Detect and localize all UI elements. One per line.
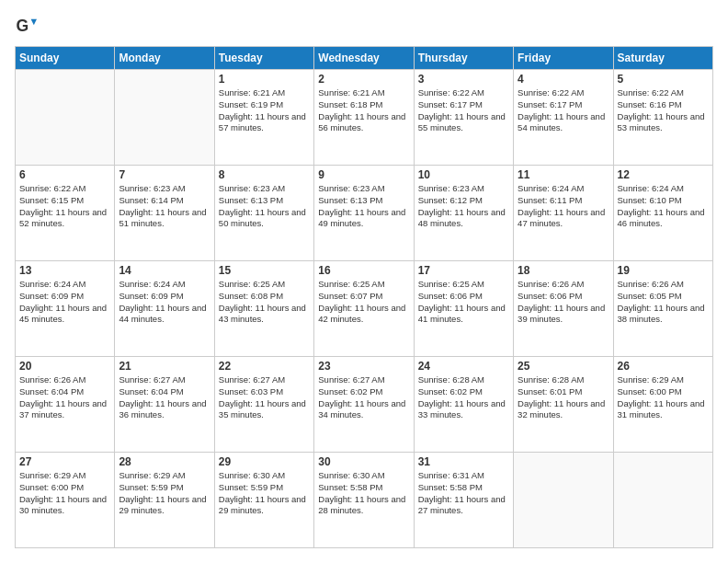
day-number: 23 — [318, 360, 409, 373]
cell-info: Sunrise: 6:28 AMSunset: 6:01 PMDaylight:… — [518, 374, 605, 419]
cell-info: Sunrise: 6:23 AMSunset: 6:14 PMDaylight:… — [119, 183, 206, 228]
cell-info: Sunrise: 6:29 AMSunset: 6:00 PMDaylight:… — [19, 470, 107, 515]
day-number: 7 — [119, 168, 210, 181]
day-number: 2 — [318, 73, 409, 86]
calendar-cell: 4 Sunrise: 6:22 AMSunset: 6:17 PMDayligh… — [514, 70, 613, 166]
day-number: 10 — [418, 168, 509, 181]
cell-info: Sunrise: 6:21 AMSunset: 6:19 PMDaylight:… — [219, 87, 306, 132]
calendar-cell — [16, 70, 115, 166]
calendar-cell: 20 Sunrise: 6:26 AMSunset: 6:04 PMDaylig… — [16, 357, 115, 453]
cell-info: Sunrise: 6:23 AMSunset: 6:13 PMDaylight:… — [219, 183, 306, 228]
calendar-header-saturday: Saturday — [613, 47, 712, 70]
day-number: 18 — [518, 264, 609, 277]
day-number: 31 — [418, 455, 509, 468]
cell-info: Sunrise: 6:27 AMSunset: 6:04 PMDaylight:… — [119, 374, 206, 419]
calendar-cell: 29 Sunrise: 6:30 AMSunset: 5:59 PMDaylig… — [214, 453, 313, 548]
day-number: 8 — [219, 168, 310, 181]
cell-info: Sunrise: 6:28 AMSunset: 6:02 PMDaylight:… — [418, 374, 506, 419]
cell-info: Sunrise: 6:25 AMSunset: 6:07 PMDaylight:… — [318, 279, 405, 324]
day-number: 16 — [318, 264, 409, 277]
day-number: 19 — [618, 264, 709, 277]
calendar-cell: 25 Sunrise: 6:28 AMSunset: 6:01 PMDaylig… — [514, 357, 613, 453]
day-number: 24 — [418, 360, 509, 373]
calendar-cell: 31 Sunrise: 6:31 AMSunset: 5:58 PMDaylig… — [414, 453, 513, 548]
day-number: 26 — [618, 360, 709, 373]
day-number: 27 — [19, 455, 110, 468]
header: G — [15, 15, 713, 37]
cell-info: Sunrise: 6:21 AMSunset: 6:18 PMDaylight:… — [318, 87, 405, 132]
calendar-cell: 15 Sunrise: 6:25 AMSunset: 6:08 PMDaylig… — [214, 261, 313, 357]
calendar-week-row: 27 Sunrise: 6:29 AMSunset: 6:00 PMDaylig… — [16, 453, 713, 548]
cell-info: Sunrise: 6:29 AMSunset: 5:59 PMDaylight:… — [119, 470, 206, 515]
cell-info: Sunrise: 6:27 AMSunset: 6:03 PMDaylight:… — [219, 374, 306, 419]
calendar-cell: 23 Sunrise: 6:27 AMSunset: 6:02 PMDaylig… — [314, 357, 414, 453]
day-number: 29 — [219, 455, 310, 468]
calendar-cell: 28 Sunrise: 6:29 AMSunset: 5:59 PMDaylig… — [115, 453, 214, 548]
calendar-cell: 10 Sunrise: 6:23 AMSunset: 6:12 PMDaylig… — [414, 166, 513, 261]
cell-info: Sunrise: 6:26 AMSunset: 6:05 PMDaylight:… — [618, 279, 705, 324]
calendar-cell: 12 Sunrise: 6:24 AMSunset: 6:10 PMDaylig… — [613, 166, 712, 261]
calendar-cell: 24 Sunrise: 6:28 AMSunset: 6:02 PMDaylig… — [414, 357, 513, 453]
day-number: 20 — [19, 360, 110, 373]
day-number: 28 — [119, 455, 210, 468]
cell-info: Sunrise: 6:22 AMSunset: 6:15 PMDaylight:… — [19, 183, 107, 228]
calendar-cell — [115, 70, 214, 166]
day-number: 3 — [418, 73, 509, 86]
svg-text:G: G — [17, 17, 29, 35]
calendar-cell: 26 Sunrise: 6:29 AMSunset: 6:00 PMDaylig… — [613, 357, 712, 453]
cell-info: Sunrise: 6:22 AMSunset: 6:17 PMDaylight:… — [518, 87, 605, 132]
cell-info: Sunrise: 6:24 AMSunset: 6:09 PMDaylight:… — [19, 279, 107, 324]
day-number: 11 — [518, 168, 609, 181]
page: G SundayMondayTuesdayWednesdayThursdayFr… — [0, 0, 728, 563]
calendar-cell: 22 Sunrise: 6:27 AMSunset: 6:03 PMDaylig… — [214, 357, 313, 453]
calendar-cell: 9 Sunrise: 6:23 AMSunset: 6:13 PMDayligh… — [314, 166, 414, 261]
cell-info: Sunrise: 6:22 AMSunset: 6:17 PMDaylight:… — [418, 87, 506, 132]
calendar-cell: 16 Sunrise: 6:25 AMSunset: 6:07 PMDaylig… — [314, 261, 414, 357]
day-number: 1 — [219, 73, 310, 86]
calendar-week-row: 6 Sunrise: 6:22 AMSunset: 6:15 PMDayligh… — [16, 166, 713, 261]
day-number: 21 — [119, 360, 210, 373]
logo: G — [15, 15, 40, 37]
calendar-cell: 2 Sunrise: 6:21 AMSunset: 6:18 PMDayligh… — [314, 70, 414, 166]
calendar-cell: 21 Sunrise: 6:27 AMSunset: 6:04 PMDaylig… — [115, 357, 214, 453]
day-number: 13 — [19, 264, 110, 277]
day-number: 4 — [518, 73, 609, 86]
cell-info: Sunrise: 6:26 AMSunset: 6:04 PMDaylight:… — [19, 374, 107, 419]
svg-marker-1 — [31, 19, 37, 25]
day-number: 15 — [219, 264, 310, 277]
cell-info: Sunrise: 6:23 AMSunset: 6:13 PMDaylight:… — [318, 183, 405, 228]
calendar-week-row: 20 Sunrise: 6:26 AMSunset: 6:04 PMDaylig… — [16, 357, 713, 453]
calendar-cell: 6 Sunrise: 6:22 AMSunset: 6:15 PMDayligh… — [16, 166, 115, 261]
calendar-table: SundayMondayTuesdayWednesdayThursdayFrid… — [15, 46, 713, 548]
calendar-cell: 5 Sunrise: 6:22 AMSunset: 6:16 PMDayligh… — [613, 70, 712, 166]
cell-info: Sunrise: 6:31 AMSunset: 5:58 PMDaylight:… — [418, 470, 506, 515]
cell-info: Sunrise: 6:25 AMSunset: 6:06 PMDaylight:… — [418, 279, 506, 324]
calendar-header-row: SundayMondayTuesdayWednesdayThursdayFrid… — [16, 47, 713, 70]
cell-info: Sunrise: 6:30 AMSunset: 5:58 PMDaylight:… — [318, 470, 405, 515]
calendar-header-monday: Monday — [115, 47, 214, 70]
calendar-cell: 8 Sunrise: 6:23 AMSunset: 6:13 PMDayligh… — [214, 166, 313, 261]
day-number: 30 — [318, 455, 409, 468]
cell-info: Sunrise: 6:24 AMSunset: 6:10 PMDaylight:… — [618, 183, 705, 228]
calendar-header-wednesday: Wednesday — [314, 47, 414, 70]
calendar-cell: 14 Sunrise: 6:24 AMSunset: 6:09 PMDaylig… — [115, 261, 214, 357]
calendar-header-friday: Friday — [514, 47, 613, 70]
calendar-cell: 11 Sunrise: 6:24 AMSunset: 6:11 PMDaylig… — [514, 166, 613, 261]
day-number: 6 — [19, 168, 110, 181]
cell-info: Sunrise: 6:26 AMSunset: 6:06 PMDaylight:… — [518, 279, 605, 324]
day-number: 12 — [618, 168, 709, 181]
cell-info: Sunrise: 6:30 AMSunset: 5:59 PMDaylight:… — [219, 470, 306, 515]
day-number: 25 — [518, 360, 609, 373]
calendar-cell: 3 Sunrise: 6:22 AMSunset: 6:17 PMDayligh… — [414, 70, 513, 166]
day-number: 22 — [219, 360, 310, 373]
cell-info: Sunrise: 6:22 AMSunset: 6:16 PMDaylight:… — [618, 87, 705, 132]
calendar-cell: 7 Sunrise: 6:23 AMSunset: 6:14 PMDayligh… — [115, 166, 214, 261]
calendar-cell: 17 Sunrise: 6:25 AMSunset: 6:06 PMDaylig… — [414, 261, 513, 357]
calendar-cell: 1 Sunrise: 6:21 AMSunset: 6:19 PMDayligh… — [214, 70, 313, 166]
cell-info: Sunrise: 6:29 AMSunset: 6:00 PMDaylight:… — [618, 374, 705, 419]
day-number: 14 — [119, 264, 210, 277]
calendar-cell: 13 Sunrise: 6:24 AMSunset: 6:09 PMDaylig… — [16, 261, 115, 357]
calendar-cell: 18 Sunrise: 6:26 AMSunset: 6:06 PMDaylig… — [514, 261, 613, 357]
calendar-header-tuesday: Tuesday — [214, 47, 313, 70]
calendar-week-row: 1 Sunrise: 6:21 AMSunset: 6:19 PMDayligh… — [16, 70, 713, 166]
